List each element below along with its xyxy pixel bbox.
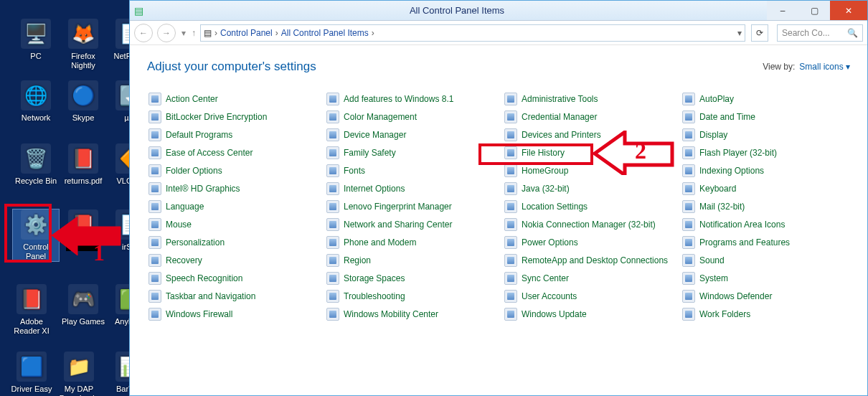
cp-item-icon — [326, 200, 339, 213]
search-icon: 🔍 — [847, 28, 858, 38]
cp-item[interactable]: Intel® HD Graphics — [147, 179, 316, 197]
cp-item[interactable]: Location Settings — [503, 197, 672, 215]
titlebar[interactable]: ▤ All Control Panel Items – ▢ ✕ — [130, 1, 867, 21]
cp-item[interactable]: Ease of Access Center — [147, 143, 316, 161]
cp-item[interactable]: Language — [147, 197, 316, 215]
cp-item-icon — [682, 200, 695, 213]
cp-item[interactable]: Power Options — [503, 233, 672, 251]
cp-item[interactable]: Work Folders — [681, 305, 850, 323]
cp-item[interactable]: Notification Area Icons — [681, 215, 850, 233]
cp-item[interactable]: Display — [681, 126, 850, 143]
cp-item[interactable]: Recovery — [147, 251, 316, 269]
cp-item[interactable]: Java (32-bit) — [503, 179, 672, 197]
desktop-icon[interactable]: 📕returns.pdf — [60, 143, 106, 186]
cp-item[interactable]: Lenovo Fingerprint Manager — [325, 197, 494, 215]
desktop-icon-glyph: 🖥️ — [21, 19, 51, 49]
cp-item[interactable]: Family Safety — [325, 143, 494, 161]
cp-item[interactable]: Mail (32-bit) — [681, 197, 850, 215]
cp-item[interactable]: Nokia Connection Manager (32-bit) — [503, 215, 672, 233]
cp-item[interactable]: Default Programs — [147, 126, 316, 143]
cp-item[interactable]: User Accounts — [503, 287, 672, 305]
cp-item[interactable]: Network and Sharing Center — [325, 215, 494, 233]
desktop-icon[interactable]: 🦊Firefox Nightly — [60, 19, 106, 70]
cp-item[interactable]: Windows Update — [503, 305, 672, 323]
recent-locations-chevron[interactable]: ▾ — [181, 28, 186, 38]
cp-item-icon — [504, 254, 517, 267]
cp-item[interactable]: Credential Manager — [503, 108, 672, 126]
cp-item-label: Windows Mobility Center — [344, 309, 438, 319]
up-button[interactable]: ↑ — [192, 28, 196, 38]
cp-item[interactable]: Color Management — [325, 108, 494, 126]
cp-item[interactable]: Mouse — [147, 215, 316, 233]
cp-item-label: Indexing Options — [699, 166, 764, 176]
cp-item-label: Network and Sharing Center — [344, 220, 452, 230]
minimize-button[interactable]: – — [767, 1, 798, 20]
cp-item[interactable]: Windows Defender — [681, 287, 850, 305]
cp-item[interactable]: Storage Spaces — [325, 269, 494, 287]
cp-item[interactable]: Taskbar and Navigation — [147, 287, 316, 305]
cp-item-label: Sound — [699, 255, 725, 265]
cp-item-label: Devices and Printers — [522, 130, 601, 140]
cp-item[interactable]: Device Manager — [325, 126, 494, 143]
cp-item[interactable]: Administrative Tools — [503, 90, 672, 108]
cp-item[interactable]: RemoteApp and Desktop Connections — [503, 251, 672, 269]
cp-item[interactable]: Sound — [681, 251, 850, 269]
back-button[interactable]: ← — [134, 24, 153, 42]
cp-item[interactable]: Flash Player (32-bit) — [681, 143, 850, 161]
cp-item[interactable]: Add features to Windows 8.1 — [325, 90, 494, 108]
cp-item[interactable]: Devices and Printers — [503, 126, 672, 143]
cp-item-label: Folder Options — [166, 166, 222, 176]
content-area: Adjust your computer's settings View by:… — [130, 45, 867, 395]
cp-item[interactable]: Region — [325, 251, 494, 269]
cp-item[interactable]: BitLocker Drive Encryption — [147, 108, 316, 126]
cp-item-icon — [326, 272, 339, 285]
cp-item[interactable]: Phone and Modem — [325, 233, 494, 251]
desktop-icon[interactable]: 🎮Play Games — [60, 284, 106, 326]
address-history-chevron[interactable]: ▾ — [737, 28, 742, 38]
desktop-icon[interactable]: 🟦Driver Easy — [9, 352, 55, 394]
desktop-icon[interactable]: 🖥️PC — [13, 19, 59, 61]
cp-item[interactable]: Internet Options — [325, 179, 494, 197]
cp-item[interactable]: Date and Time — [681, 108, 850, 126]
cp-item-label: Default Programs — [166, 130, 232, 140]
cp-item[interactable]: HomeGroup — [503, 161, 672, 179]
cp-item[interactable]: Windows Firewall — [147, 305, 316, 323]
cp-item-label: Region — [344, 255, 371, 265]
cp-item[interactable]: Windows Mobility Center — [325, 305, 494, 323]
desktop-icon[interactable]: 📕Adobe Reader XI — [9, 284, 55, 336]
cp-item[interactable]: Troubleshooting — [325, 287, 494, 305]
cp-item-label: User Accounts — [522, 291, 577, 301]
maximize-button[interactable]: ▢ — [798, 1, 830, 20]
desktop-icon-label: My DAP Downloads — [56, 385, 102, 396]
view-by[interactable]: View by: Small icons ▾ — [763, 62, 850, 72]
desktop-icon[interactable]: 🌐Network — [13, 80, 59, 123]
desktop-icon[interactable]: 🔵Skype — [60, 80, 106, 123]
breadcrumb-root[interactable]: Control Panel — [220, 28, 273, 38]
breadcrumb-leaf[interactable]: All Control Panel Items — [281, 28, 369, 38]
cp-item-label: File History — [522, 148, 565, 158]
address-bar[interactable]: ▤ › Control Panel › All Control Panel It… — [200, 24, 745, 42]
page-title: Adjust your computer's settings — [147, 60, 763, 74]
cp-item-icon — [504, 146, 517, 159]
cp-item[interactable]: AutoPlay — [681, 90, 850, 108]
search-input[interactable]: Search Co... 🔍 — [777, 24, 863, 42]
cp-item[interactable]: Indexing Options — [681, 161, 850, 179]
forward-button[interactable]: → — [157, 24, 176, 42]
desktop-icon[interactable]: ⚙️Control Panel — [13, 209, 59, 261]
cp-item[interactable]: System — [681, 269, 850, 287]
cp-item[interactable]: Folder Options — [147, 161, 316, 179]
cp-item[interactable]: File History — [503, 143, 672, 161]
cp-item-icon — [148, 93, 161, 105]
cp-item[interactable]: Personalization — [147, 233, 316, 251]
desktop-icon[interactable]: 📕 — [60, 209, 106, 253]
cp-item[interactable]: Programs and Features — [681, 233, 850, 251]
desktop-icon[interactable]: 📁My DAP Downloads — [56, 352, 102, 396]
cp-item[interactable]: Sync Center — [503, 269, 672, 287]
cp-item[interactable]: Fonts — [325, 161, 494, 179]
desktop-icon[interactable]: 🗑️Recycle Bin — [13, 143, 59, 186]
cp-item[interactable]: Keyboard — [681, 179, 850, 197]
close-button[interactable]: ✕ — [830, 1, 867, 20]
refresh-button[interactable]: ⟳ — [751, 24, 768, 42]
cp-item[interactable]: Action Center — [147, 90, 316, 108]
cp-item[interactable]: Speech Recognition — [147, 269, 316, 287]
